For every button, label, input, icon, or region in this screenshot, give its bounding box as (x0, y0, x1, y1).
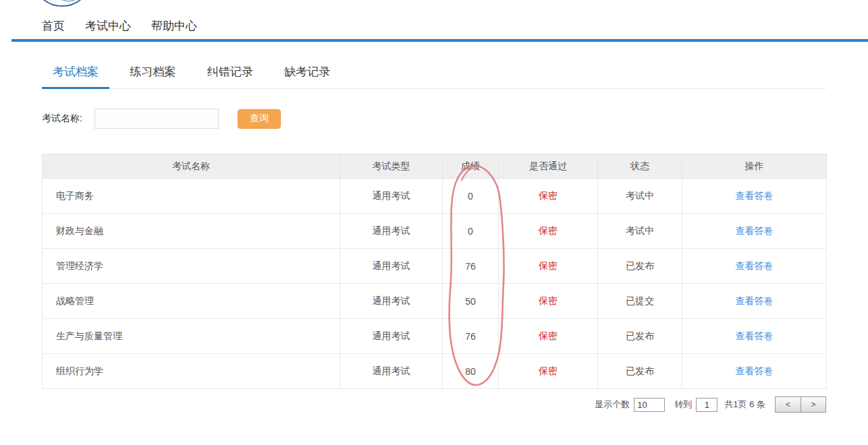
pagination-bar: 显示个数 转到 共1页 6 条 < > (595, 396, 826, 413)
exam-type-cell: 通用考试 (340, 214, 443, 249)
search-label: 考试名称: (42, 113, 82, 125)
exam-archive-page: 首页 考试中心 帮助中心 考试档案 练习档案 纠错记录 缺考记录 考试名称: 查… (0, 0, 868, 445)
tab-practice-archive[interactable]: 练习档案 (119, 63, 186, 89)
pass-status-cell: 保密 (499, 354, 598, 389)
prev-page-button chevron-left-icon[interactable]: < (776, 397, 801, 412)
score-cell: 76 (443, 249, 499, 284)
next-page-button chevron-right-icon[interactable]: > (801, 397, 825, 412)
per-page-label: 显示个数 (595, 398, 630, 411)
exam-name-cell: 电子商务 (43, 179, 340, 214)
exam-type-cell: 通用考试 (340, 249, 443, 284)
goto-page-input[interactable] (696, 398, 717, 412)
nav-item-exam-center[interactable]: 考试中心 (85, 18, 131, 34)
view-answer-sheet-link[interactable]: 查看答卷 (682, 179, 827, 214)
exam-type-cell: 通用考试 (340, 284, 443, 319)
exam-name-search-input[interactable] (94, 109, 219, 129)
status-cell: 已发布 (598, 249, 682, 284)
table-row: 生产与质量管理 通用考试 76 保密 已发布 查看答卷 (43, 319, 827, 354)
table-row: 财政与金融 通用考试 0 保密 考试中 查看答卷 (43, 214, 827, 249)
status-cell: 考试中 (598, 214, 682, 249)
view-answer-sheet-link[interactable]: 查看答卷 (682, 214, 827, 249)
pass-status-cell: 保密 (499, 214, 598, 249)
view-answer-sheet-link[interactable]: 查看答卷 (682, 284, 827, 319)
col-header-exam-name: 考试名称 (43, 154, 340, 179)
search-bar: 考试名称: 查询 (42, 109, 281, 129)
score-cell: 80 (443, 354, 499, 389)
tab-absence-log[interactable]: 缺考记录 (273, 63, 341, 89)
nav-item-home[interactable]: 首页 (42, 18, 65, 34)
goto-page-label: 转到 (674, 398, 692, 411)
view-answer-sheet-link[interactable]: 查看答卷 (682, 249, 827, 284)
view-answer-sheet-link[interactable]: 查看答卷 (682, 319, 827, 354)
pass-status-cell: 保密 (499, 179, 598, 214)
logo-emblem-detail (43, 0, 82, 3)
pass-status-cell: 保密 (499, 249, 598, 284)
exam-name-cell: 组织行为学 (43, 354, 340, 389)
col-header-status: 状态 (598, 154, 682, 179)
top-nav: 首页 考试中心 帮助中心 (42, 18, 197, 34)
col-header-actions: 操作 (682, 154, 827, 179)
table-row: 战略管理 通用考试 50 保密 已提交 查看答卷 (43, 284, 827, 319)
col-header-score: 成绩 (443, 154, 499, 179)
table-header: 考试名称 考试类型 成绩 是否通过 状态 操作 (43, 154, 827, 179)
score-cell: 50 (443, 284, 499, 319)
col-header-exam-type: 考试类型 (340, 154, 443, 179)
view-answer-sheet-link[interactable]: 查看答卷 (682, 354, 827, 389)
exam-name-cell: 财政与金融 (43, 214, 340, 249)
per-page-input[interactable] (634, 398, 665, 412)
status-cell: 已发布 (598, 354, 682, 389)
exam-type-cell: 通用考试 (340, 179, 443, 214)
status-cell: 已发布 (598, 319, 682, 354)
page-nav-buttons: < > (775, 396, 826, 413)
tab-exam-archive[interactable]: 考试档案 (42, 63, 109, 89)
exam-name-cell: 战略管理 (43, 284, 340, 319)
tab-correction-log[interactable]: 纠错记录 (196, 63, 264, 89)
table-row: 电子商务 通用考试 0 保密 考试中 查看答卷 (43, 179, 827, 214)
page-summary: 共1页 6 条 (724, 398, 765, 411)
pass-status-cell: 保密 (499, 284, 598, 319)
exam-type-cell: 通用考试 (340, 319, 443, 354)
search-button[interactable]: 查询 (238, 109, 281, 129)
archive-tabs: 考试档案 练习档案 纠错记录 缺考记录 (42, 63, 826, 89)
status-cell: 已提交 (598, 284, 682, 319)
score-cell: 0 (443, 214, 499, 249)
table-row: 管理经济学 通用考试 76 保密 已发布 查看答卷 (43, 249, 827, 284)
site-logo-icon (32, 0, 92, 7)
exam-type-cell: 通用考试 (340, 354, 443, 389)
exam-name-cell: 生产与质量管理 (43, 319, 340, 354)
score-cell: 76 (443, 319, 499, 354)
score-cell: 0 (443, 179, 499, 214)
pass-status-cell: 保密 (499, 319, 598, 354)
exam-results-table: 考试名称 考试类型 成绩 是否通过 状态 操作 电子商务 通用考试 0 保密 考… (42, 154, 827, 389)
nav-accent-divider (11, 39, 868, 42)
col-header-pass-status: 是否通过 (499, 154, 598, 179)
exam-name-cell: 管理经济学 (43, 249, 340, 284)
nav-item-help-center[interactable]: 帮助中心 (151, 18, 197, 34)
status-cell: 考试中 (598, 179, 682, 214)
table-row: 组织行为学 通用考试 80 保密 已发布 查看答卷 (43, 354, 827, 389)
